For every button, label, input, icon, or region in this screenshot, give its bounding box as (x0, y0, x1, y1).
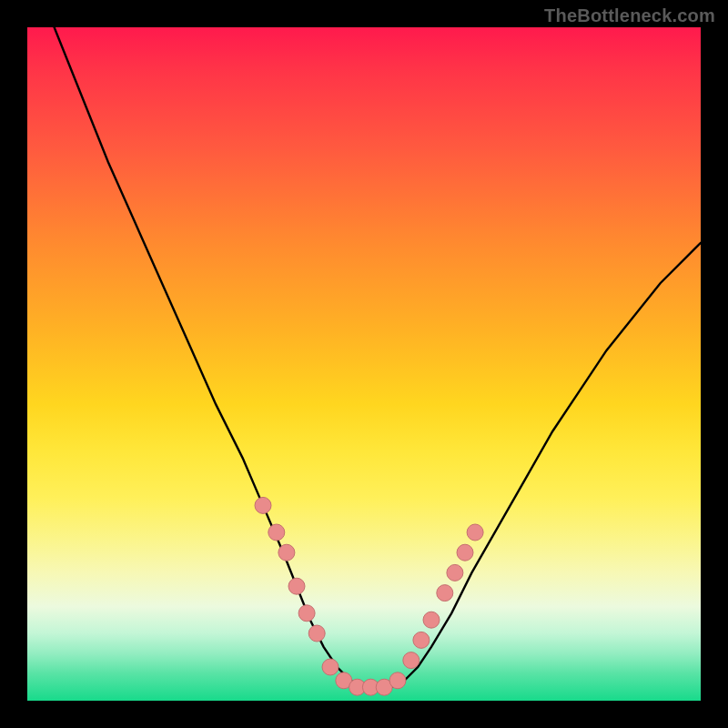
marker-dot (457, 544, 473, 561)
marker-dot (308, 625, 325, 642)
marker-dot (467, 524, 483, 541)
curve-layer (55, 27, 701, 687)
marker-dot (413, 632, 430, 648)
marker-dot (255, 497, 271, 513)
marker-dot (447, 564, 463, 581)
marker-dot (322, 659, 339, 675)
marker-dot (288, 578, 305, 594)
marker-dot (423, 612, 440, 628)
marker-dot (278, 544, 295, 561)
watermark-text: TheBottleneck.com (544, 5, 715, 26)
marker-dot (403, 652, 420, 669)
plot-area (27, 27, 701, 701)
marker-dot (268, 524, 285, 541)
marker-dot (298, 605, 315, 622)
marker-dot (437, 585, 453, 602)
marker-layer (255, 497, 483, 695)
curve-svg (27, 27, 701, 701)
chart-stage: TheBottleneck.com (0, 0, 728, 728)
bottleneck-curve-path (55, 27, 701, 687)
marker-dot (389, 672, 406, 689)
